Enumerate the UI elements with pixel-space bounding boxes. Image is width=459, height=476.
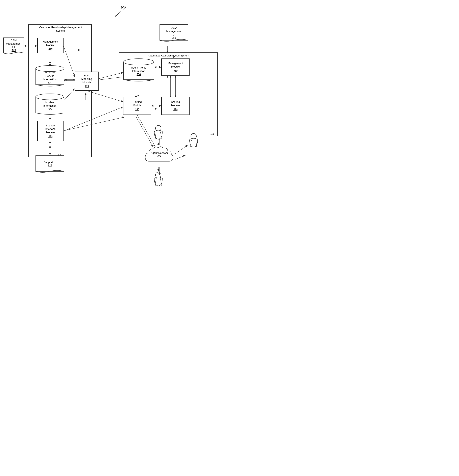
product-service-info: Product/ServiceInformation 320: [35, 65, 65, 89]
svg-line-57: [175, 145, 188, 154]
mgmt-crm-ref: 310: [48, 48, 52, 51]
svg-point-34: [124, 59, 154, 65]
incident-info-label: IncidentInformation: [43, 101, 56, 107]
support-ui-label: Support UI: [43, 161, 56, 164]
scoring-module: ScoringModule 370: [161, 97, 190, 115]
agent-profile-ref: 350: [131, 73, 146, 76]
acd-ui-label: ACDManagementUI: [166, 26, 182, 36]
management-module-crm: ManagementModule 310: [37, 38, 63, 53]
mgmt-acd-ref: 360: [173, 69, 177, 73]
product-service-ref: 320: [43, 81, 56, 85]
person-top: [152, 125, 164, 143]
routing-module: RoutingModule 345: [123, 97, 151, 115]
agent-network: Agent Network 370: [143, 145, 175, 167]
ref-300-arrow: [113, 8, 125, 18]
svg-line-25: [115, 9, 124, 17]
crm-system-label: Customer Relationship Management System: [37, 26, 84, 33]
diagram: 300 CRMManagementUI 315 Customer Relatio…: [0, 0, 229, 238]
crm-management-ui: CRMManagementUI 315: [3, 37, 24, 55]
routing-ref: 345: [135, 108, 139, 111]
support-interface-ref: 330: [48, 135, 52, 138]
acd-system-label: Automated Call Distribution System: [131, 54, 206, 58]
skills-modeling-label: SkillsModelingModule: [81, 74, 92, 84]
incident-info: IncidentInformation 325: [35, 93, 65, 117]
acd-ui-ref: 365: [166, 36, 182, 40]
support-interface-module: SupportInterfaceModule 330: [37, 121, 63, 141]
incident-info-ref: 325: [43, 108, 56, 111]
svg-line-21: [175, 155, 186, 159]
svg-point-30: [36, 94, 64, 100]
agent-profile-info: Agent ProfileInformation 350: [123, 58, 154, 84]
svg-point-28: [36, 66, 64, 72]
agent-network-ref: 370: [151, 154, 168, 157]
acd-system-ref: 340: [210, 133, 214, 136]
agent-profile-label: Agent ProfileInformation: [131, 66, 146, 73]
support-ui: Support UI 335: [35, 155, 65, 174]
scoring-label: ScoringModule: [171, 100, 180, 107]
crm-ui-label: CRMManagementUI: [6, 39, 21, 49]
agent-network-label: Agent Network: [151, 151, 168, 154]
mgmt-crm-label: ManagementModule: [43, 40, 58, 47]
skills-modeling-ref: 355: [85, 85, 89, 88]
person-right-top: [188, 133, 200, 151]
person-bottom: [152, 171, 164, 189]
crm-ui-ref: 315: [6, 49, 21, 52]
svg-line-48: [87, 91, 123, 102]
scoring-ref: 370: [173, 108, 177, 111]
acd-management-ui: ACDManagementUI 365: [159, 24, 189, 43]
mgmt-acd-label: ManagementModule: [168, 62, 183, 68]
product-service-label: Product/ServiceInformation: [43, 71, 56, 81]
support-ui-ref: 335: [43, 164, 56, 167]
management-module-acd: ManagementModule 360: [161, 59, 190, 76]
routing-label: RoutingModule: [133, 100, 142, 107]
support-interface-label: SupportInterfaceModule: [45, 124, 56, 134]
skills-modeling: SkillsModelingModule 355: [75, 72, 99, 91]
